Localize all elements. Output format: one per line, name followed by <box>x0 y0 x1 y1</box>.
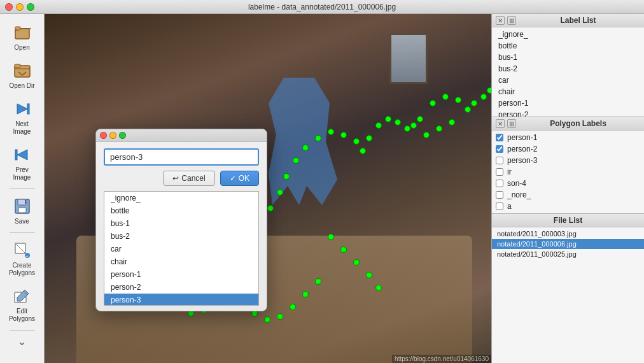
polygon-list-item[interactable]: person-2 <box>492 143 644 155</box>
polygon-list-item[interactable]: person-1 <box>492 132 644 143</box>
next-image-label: Next Image <box>6 120 38 136</box>
polygon-list-item[interactable]: _nore_ <box>492 189 644 201</box>
polygon-list-item[interactable]: person-3 <box>492 155 644 166</box>
label-list-header-icons: ✕ ⊞ <box>496 16 516 25</box>
open-label: Open <box>14 44 29 52</box>
open-dir-icon <box>12 60 32 81</box>
dropdown-item[interactable]: chair <box>104 255 258 268</box>
svg-rect-3 <box>15 64 20 68</box>
window-controls <box>5 3 34 11</box>
dialog-titlebar <box>96 129 267 142</box>
next-image-button[interactable]: Next Image <box>4 96 40 139</box>
svg-rect-5 <box>27 104 29 114</box>
label-list-section: ✕ ⊞ Label List _ignore_bottlebus-1bus-2c… <box>492 14 644 117</box>
label-list-item[interactable]: _ignore_ <box>492 29 644 40</box>
label-list-item[interactable]: person-1 <box>492 97 644 109</box>
polygon-label-text: _nore_ <box>507 190 531 199</box>
dialog-min-button[interactable] <box>109 132 116 139</box>
dropdown-item[interactable]: car <box>104 243 258 255</box>
file-list: notated/2011_000003.jpgnotated/2011_0000… <box>492 227 644 260</box>
label-input[interactable] <box>104 148 259 166</box>
dropdown-item[interactable]: bus-1 <box>104 217 258 230</box>
polygon-labels-close-icon[interactable]: ✕ <box>496 119 505 128</box>
label-list-item[interactable]: bus-1 <box>492 52 644 63</box>
svg-rect-7 <box>15 150 17 160</box>
cancel-label: Cancel <box>181 174 205 183</box>
polygon-checkbox[interactable] <box>496 203 503 210</box>
ok-label: OK <box>239 174 249 183</box>
polygon-labels-title: Polygon Labels <box>516 119 640 128</box>
main-layout: Open Open Dir Next Image <box>0 14 644 363</box>
polygon-checkbox[interactable] <box>496 191 503 199</box>
label-list-item[interactable]: bottle <box>492 40 644 52</box>
label-list: _ignore_bottlebus-1bus-2carchairperson-1… <box>492 27 644 117</box>
polygon-checkbox[interactable] <box>496 134 503 141</box>
save-label: Save <box>15 218 29 225</box>
polygon-label-text: a <box>507 202 512 211</box>
save-button[interactable]: Save <box>4 193 40 229</box>
edit-polygons-button[interactable]: Edit Polygons <box>4 283 40 326</box>
label-list-close-icon[interactable]: ✕ <box>496 16 505 25</box>
label-list-settings-icon[interactable]: ⊞ <box>507 16 516 25</box>
label-dropdown[interactable]: _ignore_bottlebus-1bus-2carchairperson-1… <box>104 191 259 306</box>
file-list-header: File List <box>492 214 644 227</box>
cancel-button[interactable]: ↩ Cancel <box>163 171 214 186</box>
dialog-close-button[interactable] <box>100 132 107 139</box>
polygon-list-item[interactable]: ir <box>492 166 644 178</box>
canvas-area[interactable]: ↩ Cancel ✓ OK _ignore_bottlebus-1bus-2ca… <box>45 14 491 363</box>
close-button[interactable] <box>5 3 13 11</box>
file-list-item[interactable]: notated/2011_000003.jpg <box>492 229 644 239</box>
dropdown-item[interactable]: person-3 <box>104 294 258 306</box>
polygon-checkbox[interactable] <box>496 180 503 187</box>
label-dialog: ↩ Cancel ✓ OK _ignore_bottlebus-1bus-2ca… <box>95 129 267 311</box>
more-tools-icon[interactable]: ⌄ <box>17 334 27 348</box>
label-list-item[interactable]: bus-2 <box>492 63 644 75</box>
dialog-overlay: ↩ Cancel ✓ OK _ignore_bottlebus-1bus-2ca… <box>45 14 491 363</box>
prev-image-button[interactable]: Prev Image <box>4 141 40 185</box>
polygon-list-item[interactable]: a <box>492 201 644 212</box>
polygon-labels-header-icons: ✕ ⊞ <box>496 119 516 128</box>
open-dir-label: Open Dir <box>9 82 34 90</box>
dropdown-item[interactable]: _ignore_ <box>104 192 258 204</box>
label-list-item[interactable]: chair <box>492 86 644 97</box>
polygon-list-item[interactable]: son-4 <box>492 178 644 189</box>
dropdown-item[interactable]: bottle <box>104 204 258 217</box>
svg-rect-11 <box>25 200 26 204</box>
cancel-icon: ↩ <box>172 174 179 183</box>
label-list-item[interactable]: car <box>492 75 644 86</box>
polygon-labels-settings-icon[interactable]: ⊞ <box>507 119 516 128</box>
next-image-icon <box>12 99 32 119</box>
create-polygons-button[interactable]: + Create Polygons <box>4 237 40 280</box>
label-list-item[interactable]: person-2 <box>492 109 644 117</box>
polygon-checkbox[interactable] <box>496 168 503 176</box>
toolbar: Open Open Dir Next Image <box>0 14 45 363</box>
polygon-labels-section: ✕ ⊞ Polygon Labels person-1person-2perso… <box>492 117 644 214</box>
file-list-title: File List <box>496 216 640 225</box>
svg-rect-1 <box>15 27 20 30</box>
label-list-header: ✕ ⊞ Label List <box>492 14 644 27</box>
dropdown-item[interactable]: bus-2 <box>104 230 258 243</box>
edit-polygons-icon <box>12 286 32 306</box>
open-dir-button[interactable]: Open Dir <box>4 57 40 93</box>
prev-image-label: Prev Image <box>6 166 38 182</box>
dropdown-item[interactable]: person-1 <box>104 268 258 281</box>
file-list-item[interactable]: notated/2011_000025.jpg <box>492 249 644 259</box>
ok-button[interactable]: ✓ OK <box>220 171 259 186</box>
toolbar-separator-3 <box>10 330 35 331</box>
polygon-checkbox[interactable] <box>496 157 503 164</box>
window-title: labelme - data_annotated/2011_000006.jpg <box>248 3 396 11</box>
maximize-button[interactable] <box>27 3 34 11</box>
polygon-label-text: ir <box>507 167 512 176</box>
dropdown-item[interactable]: person-2 <box>104 281 258 294</box>
svg-marker-4 <box>17 104 27 114</box>
polygon-checkbox[interactable] <box>496 145 503 153</box>
minimize-button[interactable] <box>16 3 24 11</box>
dialog-max-button[interactable] <box>119 132 126 139</box>
file-list-item[interactable]: notated/2011_000006.jpg <box>492 239 644 249</box>
svg-marker-6 <box>17 150 27 160</box>
open-button[interactable]: Open <box>4 19 40 55</box>
polygon-label-text: person-2 <box>507 145 537 153</box>
dialog-window-controls <box>100 132 126 139</box>
dialog-action-buttons: ↩ Cancel ✓ OK <box>104 171 259 186</box>
dialog-body: ↩ Cancel ✓ OK _ignore_bottlebus-1bus-2ca… <box>96 142 267 311</box>
